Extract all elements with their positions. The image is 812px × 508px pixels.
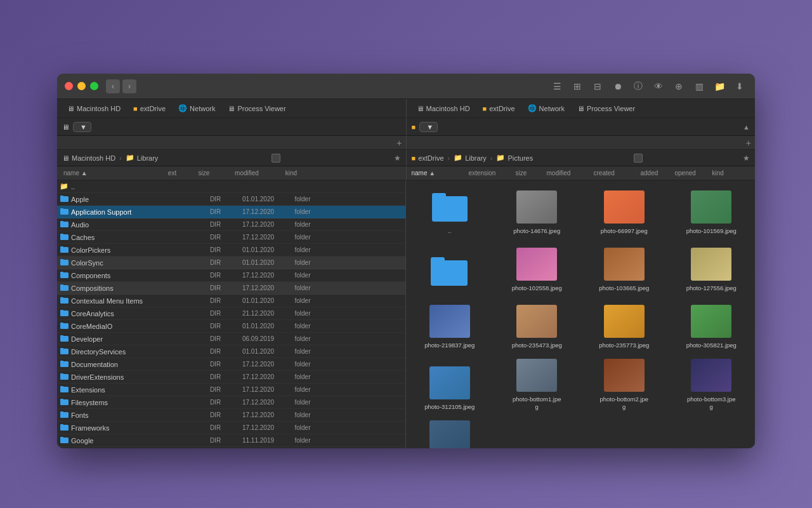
photo-cell[interactable]: photo-bottom2.jpeg xyxy=(580,352,668,413)
tab-extdrive-left[interactable]: ■ extDrive xyxy=(128,104,171,114)
file-name-label: DriverExtensions xyxy=(71,373,169,381)
file-row[interactable]: FilesystemsDIR17.12.2020folder xyxy=(57,396,405,409)
toggle-icon[interactable]: ⏺ xyxy=(610,79,625,94)
file-row[interactable]: CachesDIR17.12.2020folder xyxy=(57,231,405,244)
file-row[interactable]: ColorPickersDIR01.01.2020folder xyxy=(57,244,405,257)
file-row[interactable]: AppleDIR01.01.2020folder xyxy=(57,193,405,206)
left-col-headers: name ▲ ext size modified kind xyxy=(57,166,407,180)
file-row[interactable]: Contextual Menu ItemsDIR01.01.2020folder xyxy=(57,295,405,307)
file-row[interactable]: FontsDIR17.12.2020folder xyxy=(57,409,405,422)
right-pane-expand[interactable]: ▲ xyxy=(743,123,750,131)
file-row[interactable]: ComponentsDIR17.12.2020folder xyxy=(57,269,405,282)
col-opened-right[interactable]: opened xyxy=(675,170,710,177)
file-row[interactable]: DocumentationDIR17.12.2020folder xyxy=(57,358,405,371)
file-name-label: ColorPickers xyxy=(71,246,169,254)
bc-checkbox-left[interactable] xyxy=(272,154,280,163)
photo-cell[interactable]: photo-219837.jpeg xyxy=(406,295,494,352)
forward-button[interactable]: › xyxy=(122,79,136,93)
col-created-right[interactable]: created xyxy=(594,170,638,177)
file-row[interactable]: GPUBundlesDIR01.01.2020folder xyxy=(57,447,405,448)
file-row[interactable]: CompositionsDIR17.12.2020folder xyxy=(57,282,405,295)
col-added-right[interactable]: added xyxy=(641,170,672,177)
file-row[interactable]: DirectoryServicesDIR01.01.2020folder xyxy=(57,345,405,358)
col-kind-left[interactable]: kind xyxy=(272,170,310,177)
file-row[interactable]: DriverExtensionsDIR17.12.2020folder xyxy=(57,371,405,384)
location-drive-left[interactable]: ▼ xyxy=(73,122,91,132)
download-icon[interactable]: ⬇ xyxy=(732,79,747,94)
photo-cell[interactable]: photo-103665.jpeg xyxy=(580,237,668,295)
tab-network-left[interactable]: 🌐 Network xyxy=(173,103,220,114)
bc-macintosh[interactable]: Macintosh HD xyxy=(72,154,115,162)
file-row[interactable]: AudioDIR17.12.2020folder xyxy=(57,218,405,231)
tab-macintosh-hd-right[interactable]: 🖥 Macintosh HD xyxy=(412,104,475,114)
photo-cell[interactable]: photo-66997.jpeg xyxy=(580,180,668,237)
bc-star-left[interactable]: ★ xyxy=(394,154,401,163)
svg-rect-25 xyxy=(60,348,63,350)
file-row[interactable]: DeveloperDIR06.09.2019folder xyxy=(57,333,405,345)
file-row[interactable]: GoogleDIR11.11.2019folder xyxy=(57,434,405,447)
file-row[interactable]: ColorSyncDIR01.01.2020folder xyxy=(57,257,405,269)
col-mod-right[interactable]: modified xyxy=(547,170,591,177)
svg-rect-27 xyxy=(60,361,63,363)
tab-process-right[interactable]: 🖥 Process Viewer xyxy=(572,104,640,114)
location-drive-right[interactable]: ▼ xyxy=(419,122,438,132)
bc-extdrive[interactable]: extDrive xyxy=(418,154,443,162)
link-icon[interactable]: ⊕ xyxy=(671,79,686,94)
bc-library-right[interactable]: Library xyxy=(465,154,487,162)
bc-library[interactable]: Library xyxy=(137,154,159,162)
photo-cell[interactable]: photo-127556.jpeg xyxy=(668,237,756,295)
grid-view-icon[interactable]: ⊟ xyxy=(590,79,605,94)
col-ext-left[interactable]: ext xyxy=(158,170,187,177)
col-name-right[interactable]: name ▲ xyxy=(409,170,466,177)
photo-cell[interactable]: photo-102558.jpeg xyxy=(494,237,581,295)
col-name-left[interactable]: name ▲ xyxy=(60,170,158,177)
folder-icon[interactable]: 📁 xyxy=(712,79,727,94)
left-pane[interactable]: 📁..AppleDIR01.01.2020folderApplication S… xyxy=(57,180,406,448)
pane-header-right: + xyxy=(407,136,756,149)
right-pane[interactable]: .. photo-14676.jpeg photo-66997.jpeg xyxy=(406,180,755,448)
photo-cell[interactable]: photo-bottom4.jpeg xyxy=(406,413,494,448)
back-button[interactable]: ‹ xyxy=(106,79,120,93)
file-name-label: Frameworks xyxy=(71,424,169,432)
tab-network-right[interactable]: 🌐 Network xyxy=(523,103,570,114)
photo-cell[interactable]: photo-235773.jpeg xyxy=(580,295,668,352)
svg-rect-52 xyxy=(691,190,731,224)
tabs-left: 🖥 Macintosh HD ■ extDrive 🌐 Network 🖥 Pr… xyxy=(57,99,407,117)
col-mod-left[interactable]: modified xyxy=(221,170,272,177)
col-ext-right[interactable]: extension xyxy=(469,170,513,177)
maximize-button[interactable] xyxy=(90,82,98,90)
tab-process-left[interactable]: 🖥 Process Viewer xyxy=(223,104,291,114)
info-icon[interactable]: ⓘ xyxy=(631,79,646,94)
panel-icon[interactable]: ▥ xyxy=(691,79,707,94)
file-row[interactable]: Application SupportDIR17.12.2020folder xyxy=(57,206,405,218)
photo-cell[interactable]: photo-bottom1.jpeg xyxy=(494,352,581,413)
add-pane-right[interactable]: + xyxy=(746,138,751,148)
col-size-right[interactable]: size xyxy=(516,170,544,177)
file-row[interactable]: 📁.. xyxy=(57,180,405,193)
minimize-button[interactable] xyxy=(77,82,86,90)
bc-pictures[interactable]: Pictures xyxy=(508,154,533,162)
photo-cell[interactable]: photo-305821.jpeg xyxy=(668,295,756,352)
file-row[interactable]: CoreMediaIODIR01.01.2020folder xyxy=(57,320,405,333)
file-row[interactable]: FrameworksDIR17.12.2020folder xyxy=(57,422,405,434)
bc-checkbox-right[interactable] xyxy=(634,154,643,163)
add-pane-left[interactable]: + xyxy=(396,138,402,148)
folder-cell[interactable]: .. xyxy=(406,180,494,237)
list-view-icon[interactable]: ☰ xyxy=(549,79,565,94)
col-size-left[interactable]: size xyxy=(187,170,221,177)
col-kind-right[interactable]: kind xyxy=(712,170,741,177)
photo-cell[interactable]: photo-14676.jpeg xyxy=(494,180,581,237)
photo-cell[interactable]: photo-bottom3.jpeg xyxy=(668,352,756,413)
preview-icon[interactable]: 👁 xyxy=(651,79,666,94)
folder-cell[interactable] xyxy=(406,237,494,295)
file-row[interactable]: ExtensionsDIR17.12.2020folder xyxy=(57,384,405,396)
tab-extdrive-right[interactable]: ■ extDrive xyxy=(478,104,520,114)
column-view-icon[interactable]: ⊞ xyxy=(570,79,585,94)
close-button[interactable] xyxy=(65,82,73,90)
bc-star-right[interactable]: ★ xyxy=(743,154,750,163)
photo-cell[interactable]: photo-312105.jpeg xyxy=(406,352,494,413)
photo-cell[interactable]: photo-101569.jpeg xyxy=(668,180,756,237)
tab-macintosh-hd-left[interactable]: 🖥 Macintosh HD xyxy=(62,104,126,114)
file-row[interactable]: CoreAnalyticsDIR21.12.2020folder xyxy=(57,307,405,320)
photo-cell[interactable]: photo-235473.jpeg xyxy=(494,295,581,352)
